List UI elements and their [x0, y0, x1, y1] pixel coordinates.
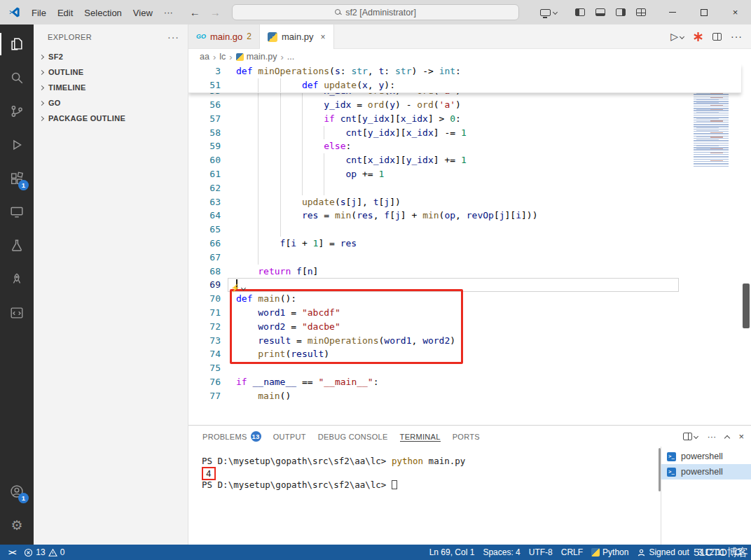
close-tab-icon[interactable]: × [320, 32, 325, 42]
title-bar: FileEditSelectionView ··· ← → sf2 [Admin… [0, 0, 751, 24]
code-line-66[interactable]: 66f[i + 1] = res [188, 237, 679, 251]
panel-tab-problems[interactable]: PROBLEMS13 [202, 431, 261, 442]
explorer-section-sf2[interactable]: SF2 [34, 49, 188, 64]
notifications-bell-icon[interactable] [729, 548, 747, 557]
source-control-icon[interactable] [0, 94, 34, 128]
explorer-section-timeline[interactable]: TIMELINE [34, 80, 188, 95]
panel-tab-debug-console[interactable]: DEBUG CONSOLE [318, 433, 388, 442]
maximize-button[interactable] [688, 0, 719, 24]
code-line-59[interactable]: 59else: [188, 139, 679, 153]
breadcrumb-item[interactable]: lc [219, 52, 226, 62]
code-line-58[interactable]: 58cnt[y_idx][x_idx] -= 1 [188, 126, 679, 140]
line-col-indicator[interactable]: Ln 69, Col 1 [425, 547, 479, 557]
code-line-62[interactable]: 62 [188, 181, 679, 195]
menu-selection[interactable]: Selection [78, 5, 127, 21]
code-line-63[interactable]: 63update(s[j], t[j]) [188, 195, 679, 209]
run-debug-icon[interactable] [0, 128, 34, 162]
explorer-section-outline[interactable]: OUTLINE [34, 64, 188, 80]
editor-scrollbar-thumb[interactable] [743, 284, 750, 328]
terminal-layout-icon[interactable] [683, 433, 698, 440]
code-action-lightning-icon[interactable]: ⚡ [230, 284, 245, 293]
code-line-68[interactable]: 68return f[n] [188, 265, 679, 279]
explorer-section-go[interactable]: GO [34, 95, 188, 111]
code-line-72[interactable]: 72word2 = "dacbe" [188, 320, 679, 334]
code-line-67[interactable]: 67 [188, 251, 679, 265]
language-indicator[interactable]: Python [587, 547, 633, 557]
terminal-list-item[interactable]: >_powershell [661, 464, 751, 479]
code-window-icon[interactable] [0, 296, 34, 330]
explorer-section-package-outline[interactable]: PACKAGE OUTLINE [34, 111, 188, 126]
extensions-icon[interactable]: 1 [0, 162, 34, 195]
explorer-icon[interactable] [0, 27, 34, 61]
menu-view[interactable]: View [128, 5, 158, 21]
terminal[interactable]: PS D:\mysetup\gopath\src\sf2\aa\lc> pyth… [188, 447, 661, 545]
sidebar-title: EXPLORER [48, 33, 92, 41]
terminal-list-item[interactable]: >_powershell [661, 449, 751, 464]
code-line-69[interactable]: 69 [188, 278, 679, 292]
split-editor-icon[interactable] [712, 33, 722, 41]
menu-edit[interactable]: Edit [52, 5, 78, 21]
settings-gear-icon[interactable]: ⚙ [0, 508, 34, 542]
explorer-more-actions-icon[interactable]: ··· [167, 31, 179, 43]
remote-explorer-icon[interactable] [0, 195, 34, 229]
chevron-right-icon [39, 100, 44, 105]
toggle-panel-icon[interactable] [595, 8, 605, 16]
breadcrumb-item[interactable]: ... [287, 52, 294, 62]
code-line-55[interactable]: 55x_idx = ord(x) - ord('a') [188, 93, 679, 98]
close-button[interactable]: × [719, 0, 751, 24]
terminal-scrollbar-thumb[interactable] [659, 448, 661, 491]
eol-indicator[interactable]: CRLF [557, 547, 587, 557]
code-line-3[interactable]: 3def minOperations(s: str, t: str) -> in… [188, 64, 741, 78]
account-status[interactable]: Signed out [633, 547, 693, 557]
editor-more-actions-icon[interactable]: ··· [731, 31, 743, 42]
code-line-77[interactable]: 77main() [188, 389, 679, 403]
code-line-71[interactable]: 71word1 = "abcdf" [188, 306, 679, 320]
code-line-51[interactable]: 51def update(x, y): [188, 78, 741, 92]
remote-indicator[interactable]: >< [4, 548, 20, 556]
device-dropdown-icon[interactable] [540, 9, 557, 16]
tab-main-go[interactable]: GO main.go 2 [188, 24, 260, 48]
toggle-secondary-sidebar-icon[interactable] [616, 8, 626, 16]
panel-tab-terminal[interactable]: TERMINAL [400, 433, 441, 442]
code-editor[interactable]: 56y_idx = ord(y) - ord('a')57if cnt[y_id… [188, 64, 751, 425]
breadcrumb-item[interactable]: aa [200, 52, 209, 62]
panel-more-actions-icon[interactable]: ··· [707, 431, 716, 442]
panel-tab-ports[interactable]: PORTS [453, 433, 480, 442]
code-line-70[interactable]: 70def main(): [188, 292, 679, 306]
menu-file[interactable]: File [26, 5, 52, 21]
code-line-75[interactable]: 75 [188, 361, 679, 375]
code-line-57[interactable]: 57if cnt[y_idx][x_idx] > 0: [188, 112, 679, 126]
code-line-74[interactable]: 74print(result) [188, 347, 679, 361]
panel-tab-output[interactable]: OUTPUT [273, 433, 306, 442]
python-version-indicator[interactable]: 3.12.11 [694, 547, 729, 557]
run-python-file-button[interactable]: ▷ [670, 31, 684, 41]
chevron-right-icon [39, 85, 44, 90]
code-line-65[interactable]: 65 [188, 223, 679, 237]
accounts-icon[interactable]: 1 [0, 475, 34, 508]
sticky-scroll: 3def minOperations(s: str, t: str) -> in… [188, 64, 741, 93]
code-line-76[interactable]: 76if __name__ == "__main__": [188, 375, 679, 389]
search-icon[interactable] [0, 61, 34, 94]
maximize-panel-icon[interactable] [725, 433, 729, 440]
terminal-output: 4 [202, 467, 661, 479]
back-arrow-icon[interactable]: ← [190, 6, 200, 18]
extension-star-icon[interactable] [693, 31, 703, 42]
code-line-64[interactable]: 64res = min(res, f[j] + min(op, revOp[j]… [188, 209, 679, 223]
indentation-indicator[interactable]: Spaces: 4 [478, 547, 524, 557]
code-line-61[interactable]: 61op += 1 [188, 167, 679, 181]
command-center-search[interactable]: sf2 [Administrator] [232, 4, 519, 20]
rocket-icon[interactable] [0, 262, 34, 296]
close-panel-icon[interactable]: × [738, 431, 744, 442]
code-line-60[interactable]: 60cnt[x_idx][y_idx] += 1 [188, 153, 679, 167]
code-line-73[interactable]: 73result = minOperations(word1, word2) [188, 334, 679, 348]
minimize-button[interactable] [656, 0, 688, 24]
tab-main-py[interactable]: main.py × [260, 24, 334, 49]
encoding-indicator[interactable]: UTF-8 [525, 547, 557, 557]
customize-layout-icon[interactable] [636, 8, 646, 16]
code-line-56[interactable]: 56y_idx = ord(y) - ord('a') [188, 98, 679, 112]
menu-overflow-icon[interactable]: ··· [158, 4, 179, 20]
breadcrumb-item[interactable]: main.py [236, 52, 277, 62]
toggle-sidebar-icon[interactable] [575, 8, 585, 16]
testing-flask-icon[interactable] [0, 229, 34, 262]
problems-status[interactable]: 13 0 [20, 547, 69, 557]
